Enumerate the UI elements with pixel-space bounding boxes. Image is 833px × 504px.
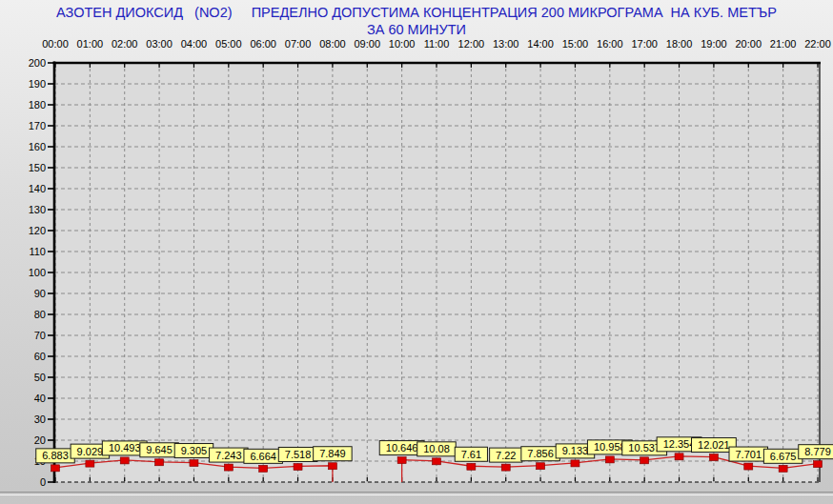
value-label: 10.958	[594, 441, 626, 453]
x-tick-label: 17:00	[631, 38, 658, 50]
data-point-marker	[397, 457, 406, 464]
data-point-marker	[640, 457, 649, 464]
data-point-marker	[501, 464, 510, 471]
y-tick-label: 130	[29, 204, 46, 215]
x-axis-labels: 00:0001:0002:0003:0004:0005:0006:0007:00…	[42, 38, 831, 50]
y-tick-label: 110	[29, 246, 46, 257]
x-tick-label: 19:00	[701, 38, 727, 50]
y-tick-label: 50	[34, 372, 46, 383]
y-tick-label: 40	[34, 393, 46, 404]
y-tick-label: 180	[29, 99, 46, 111]
y-tick-label: 20	[34, 434, 46, 446]
data-point-marker	[779, 465, 787, 472]
value-label: 7.22	[496, 450, 516, 461]
value-label: 9.133	[562, 445, 589, 456]
data-point-marker	[433, 458, 441, 465]
y-tick-label: 100	[29, 267, 46, 278]
data-point-marker	[675, 454, 683, 460]
x-tick-label: 02:00	[112, 38, 138, 50]
y-tick-label: 30	[34, 413, 46, 425]
value-label: 6.675	[770, 451, 797, 462]
x-tick-label: 08:00	[319, 38, 346, 50]
data-point-marker	[744, 463, 753, 470]
data-point-marker	[537, 463, 545, 470]
y-tick-label: 160	[29, 141, 46, 152]
data-point-marker	[328, 463, 336, 470]
data-point-marker	[467, 463, 476, 470]
x-tick-label: 14:00	[527, 38, 554, 50]
data-point-marker	[120, 457, 129, 464]
value-label: 9.029	[77, 446, 104, 457]
value-label: 7.849	[319, 448, 346, 459]
value-label: 10.08	[423, 443, 450, 454]
value-label: 7.243	[215, 450, 242, 461]
x-tick-label: 05:00	[215, 38, 242, 50]
x-tick-label: 00:00	[42, 38, 69, 50]
chart-title: АЗОТЕН ДИОКСИД (NO2) ПРЕДЕЛНО ДОПУСТИМА …	[0, 4, 833, 38]
x-tick-label: 18:00	[666, 38, 693, 50]
x-tick-label: 22:00	[804, 38, 831, 50]
x-tick-label: 15:00	[562, 38, 589, 50]
value-label: 7.518	[285, 449, 312, 460]
y-tick-label: 120	[29, 225, 46, 236]
value-label: 6.664	[250, 451, 276, 462]
value-label: 10.493	[109, 442, 141, 454]
x-tick-label: 11:00	[424, 38, 450, 50]
y-axis-labels: 0102030405060708090100110120130140150160…	[29, 57, 46, 488]
data-point-marker	[259, 465, 268, 472]
x-tick-label: 06:00	[250, 38, 276, 50]
x-tick-label: 04:00	[181, 38, 208, 50]
data-point-marker	[571, 460, 579, 467]
value-label: 10.646	[386, 442, 418, 454]
x-tick-label: 03:00	[146, 38, 173, 50]
x-tick-label: 21:00	[770, 38, 797, 50]
y-tick-label: 70	[34, 330, 46, 341]
panel-bottom-edge	[0, 492, 833, 495]
value-label: 12.354	[663, 438, 696, 450]
data-point-marker	[51, 465, 60, 472]
data-point-marker	[814, 461, 823, 468]
y-tick-label: 80	[34, 309, 46, 320]
x-tick-label: 10:00	[389, 38, 416, 50]
y-tick-label: 0	[40, 476, 46, 488]
x-tick-label: 01:00	[77, 38, 104, 50]
x-tick-label: 12:00	[458, 38, 485, 50]
value-label: 8.779	[804, 446, 831, 457]
data-point-marker	[294, 463, 302, 470]
x-tick-label: 20:00	[736, 38, 762, 50]
chart-title-line2: ЗА 60 МИНУТИ	[0, 21, 833, 38]
value-label: 9.305	[181, 445, 208, 456]
data-point-marker	[224, 464, 233, 471]
no2-chart-window: 0102030405060708090100110120130140150160…	[0, 0, 833, 504]
x-tick-label: 07:00	[285, 38, 312, 50]
chart-plot: 0102030405060708090100110120130140150160…	[0, 0, 833, 504]
data-point-marker	[155, 459, 164, 466]
value-label: 7.61	[461, 449, 481, 460]
data-point-marker	[86, 460, 94, 467]
y-tick-label: 170	[29, 120, 46, 131]
x-tick-label: 13:00	[493, 38, 519, 50]
value-label: 7.856	[527, 448, 554, 459]
y-tick-label: 140	[29, 183, 46, 194]
data-point-marker	[190, 460, 198, 467]
y-tick-label: 60	[34, 351, 46, 362]
value-label: 7.701	[736, 449, 762, 460]
y-tick-label: 150	[29, 162, 46, 173]
chart-title-line1: АЗОТЕН ДИОКСИД (NO2) ПРЕДЕЛНО ДОПУСТИМА …	[0, 4, 833, 21]
x-tick-label: 16:00	[597, 38, 623, 50]
value-label: 9.645	[146, 444, 173, 455]
y-tick-label: 190	[29, 78, 46, 90]
data-point-marker	[605, 456, 614, 463]
x-tick-label: 09:00	[355, 38, 381, 50]
value-label: 12.021	[698, 439, 730, 451]
value-label: 10.537	[628, 442, 660, 454]
value-label: 6.883	[42, 450, 69, 461]
y-tick-label: 200	[29, 57, 46, 69]
y-tick-label: 90	[34, 288, 46, 299]
data-point-marker	[709, 454, 718, 461]
